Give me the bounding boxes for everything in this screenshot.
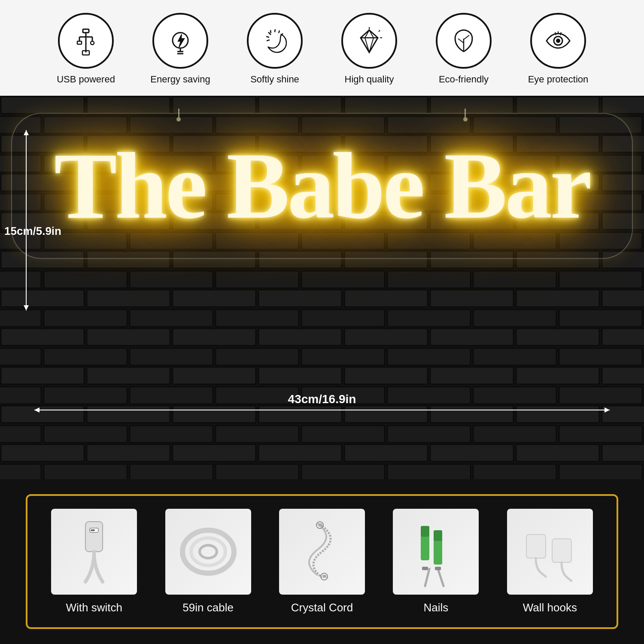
svg-rect-59 — [552, 539, 571, 562]
accessory-switch: With switch — [40, 509, 148, 614]
accessory-hooks: Wall hooks — [496, 509, 604, 614]
hook-left — [175, 109, 182, 122]
switch-svg — [55, 513, 133, 590]
svg-line-18 — [279, 30, 279, 33]
cable-image — [165, 509, 251, 595]
svg-line-30 — [458, 39, 464, 43]
feature-energy: Energy saving — [133, 13, 228, 85]
feature-quality: High quality — [322, 13, 416, 85]
nails-svg — [397, 513, 474, 590]
neon-sign-text: The Babe Bar — [28, 122, 616, 250]
feature-softly: Softly shine — [228, 13, 322, 85]
brick-wall-section: The Babe Bar 15cm/5.9in 43cm/16.9in — [0, 96, 644, 479]
svg-line-27 — [379, 30, 380, 32]
feature-usb: USB powered — [39, 13, 133, 85]
cable-svg — [170, 513, 247, 590]
svg-line-16 — [270, 30, 271, 33]
eco-icon-circle — [436, 13, 492, 69]
energy-label: Energy saving — [150, 74, 210, 85]
svg-marker-20 — [361, 30, 378, 52]
svg-point-6 — [91, 41, 94, 45]
hooks-svg — [511, 513, 589, 590]
svg-rect-4 — [77, 41, 82, 44]
eco-icon — [449, 26, 479, 56]
energy-icon-circle — [152, 13, 208, 69]
svg-rect-51 — [421, 526, 429, 537]
page-wrapper: USB powered Energy saving — [0, 0, 644, 644]
svg-line-55 — [438, 569, 444, 586]
svg-line-54 — [425, 569, 429, 586]
svg-line-14 — [266, 36, 269, 37]
accessory-cord: Crystal Cord — [268, 509, 376, 614]
softly-icon-circle — [247, 13, 303, 69]
cord-label: Crystal Cord — [291, 601, 353, 614]
neon-sign: The Babe Bar — [28, 122, 616, 250]
softly-label: Softly shine — [250, 74, 299, 85]
feature-eye: Eye protection — [511, 13, 605, 85]
width-dimension-label: 43cm/16.9in — [288, 392, 356, 406]
quality-icon — [354, 26, 384, 56]
horizontal-dimension-line — [34, 410, 610, 410]
svg-rect-42 — [85, 522, 103, 552]
usb-label: USB powered — [57, 74, 115, 85]
svg-line-31 — [464, 35, 469, 39]
hooks-image — [507, 509, 593, 595]
nails-label: Nails — [424, 601, 449, 614]
quality-icon-circle — [341, 13, 397, 69]
cable-label: 59in cable — [182, 601, 234, 614]
svg-line-34 — [555, 32, 556, 35]
eye-icon-circle — [530, 13, 586, 69]
svg-rect-0 — [83, 29, 89, 33]
svg-line-15 — [267, 40, 270, 41]
cord-svg — [283, 513, 361, 590]
svg-point-33 — [556, 39, 560, 43]
eye-icon — [543, 26, 573, 56]
svg-point-47 — [200, 545, 217, 558]
neon-sign-wrapper: The Babe Bar — [0, 122, 644, 250]
softly-icon — [260, 26, 290, 56]
svg-point-46 — [191, 538, 225, 565]
svg-rect-57 — [435, 567, 441, 570]
height-dimension-label: 15cm/5.9in — [4, 225, 61, 238]
svg-rect-53 — [434, 530, 442, 541]
vertical-dimension — [26, 130, 27, 310]
quality-label: High quality — [345, 74, 394, 85]
energy-icon — [165, 26, 195, 56]
hook-right — [462, 109, 469, 122]
eye-label: Eye protection — [528, 74, 589, 85]
features-section: USB powered Energy saving — [0, 0, 644, 96]
cord-image — [279, 509, 365, 595]
switch-label: With switch — [66, 601, 122, 614]
svg-rect-58 — [526, 535, 546, 558]
accessories-section: With switch 59in cable — [26, 494, 618, 629]
hooks-label: Wall hooks — [523, 601, 577, 614]
svg-line-17 — [275, 29, 275, 32]
usb-icon — [71, 26, 101, 56]
accessories-container: With switch 59in cable — [0, 479, 644, 644]
feature-eco: Eco-friendly — [416, 13, 511, 85]
svg-rect-44 — [91, 529, 95, 531]
usb-icon-circle — [58, 13, 114, 69]
svg-rect-56 — [422, 567, 428, 570]
v-arrow-line — [26, 130, 27, 310]
accessory-cable: 59in cable — [154, 509, 261, 614]
svg-line-36 — [560, 32, 561, 35]
accessory-nails: Nails — [382, 509, 489, 614]
nails-image — [393, 509, 479, 595]
eco-label: Eco-friendly — [439, 74, 489, 85]
switch-image — [51, 509, 137, 595]
